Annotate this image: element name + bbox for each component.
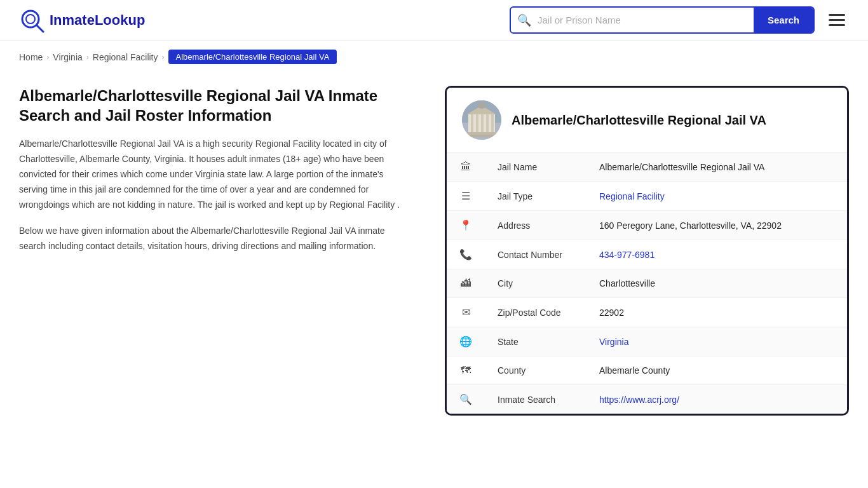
svg-rect-6: [471, 114, 473, 133]
row-icon: ✉: [447, 298, 485, 327]
table-row: 🗺CountyAlbemarle County: [447, 356, 847, 385]
row-icon: 🏛: [447, 153, 485, 182]
breadcrumb-chevron-3: ›: [162, 53, 165, 62]
row-value: Charlottesville: [587, 269, 847, 298]
breadcrumb-facility-type[interactable]: Regional Facility: [93, 52, 158, 62]
row-label: Jail Name: [485, 153, 587, 182]
row-label: State: [485, 327, 587, 356]
row-label: Contact Number: [485, 240, 587, 269]
row-icon: 🔍: [447, 385, 485, 414]
search-icon: 🔍: [511, 13, 538, 27]
row-value[interactable]: https://www.acrj.org/: [587, 385, 847, 414]
row-value[interactable]: Regional Facility: [587, 182, 847, 211]
hamburger-line-1: [829, 14, 845, 16]
row-link[interactable]: 434-977-6981: [599, 250, 654, 260]
row-label: Inmate Search: [485, 385, 587, 414]
svg-rect-8: [481, 114, 484, 133]
page-title: Albemarle/Charlottesville Regional Jail …: [19, 86, 413, 125]
table-row: 🏛Jail NameAlbemarle/Charlottesville Regi…: [447, 153, 847, 182]
row-link[interactable]: Regional Facility: [599, 191, 665, 201]
description-paragraph-2: Below we have given information about th…: [19, 224, 413, 254]
row-value[interactable]: Virginia: [587, 327, 847, 356]
svg-rect-9: [486, 114, 489, 133]
table-row: 🔍Inmate Searchhttps://www.acrj.org/: [447, 385, 847, 414]
breadcrumb-chevron-1: ›: [46, 53, 49, 62]
svg-point-2: [26, 15, 35, 24]
row-icon: 🏙: [447, 269, 485, 298]
row-label: Jail Type: [485, 182, 587, 211]
row-value: Albemarle/Charlottesville Regional Jail …: [587, 153, 847, 182]
row-icon: 🗺: [447, 356, 485, 385]
table-row: ☰Jail TypeRegional Facility: [447, 182, 847, 211]
svg-line-1: [37, 25, 43, 32]
svg-rect-7: [476, 114, 478, 133]
breadcrumb-virginia[interactable]: Virginia: [53, 52, 82, 62]
logo-icon: [19, 8, 44, 33]
description-paragraph-1: Albemarle/Charlottesville Regional Jail …: [19, 137, 413, 212]
row-link[interactable]: https://www.acrj.org/: [599, 395, 679, 405]
search-button[interactable]: Search: [754, 8, 813, 32]
hamburger-line-2: [829, 19, 845, 21]
header-right: 🔍 Search: [510, 6, 849, 34]
main-content: Albemarle/Charlottesville Regional Jail …: [0, 73, 868, 441]
row-value: 22902: [587, 298, 847, 327]
hamburger-line-3: [829, 24, 845, 26]
jail-card-title: Albemarle/Charlottesville Regional Jail …: [512, 113, 766, 128]
info-table: 🏛Jail NameAlbemarle/Charlottesville Regi…: [447, 153, 847, 414]
table-row: 📞Contact Number434-977-6981: [447, 240, 847, 269]
row-value: Albemarle County: [587, 356, 847, 385]
svg-rect-10: [491, 114, 494, 133]
search-bar-container: 🔍 Search: [510, 6, 815, 34]
info-card-header: Albemarle/Charlottesville Regional Jail …: [447, 88, 847, 153]
breadcrumb-home[interactable]: Home: [19, 52, 43, 62]
row-label: Zip/Postal Code: [485, 298, 587, 327]
table-row: ✉Zip/Postal Code22902: [447, 298, 847, 327]
row-value: 160 Peregory Lane, Charlottesville, VA, …: [587, 211, 847, 240]
row-icon: 📍: [447, 211, 485, 240]
left-column: Albemarle/Charlottesville Regional Jail …: [19, 86, 426, 266]
svg-rect-13: [466, 135, 498, 137]
breadcrumb-chevron-2: ›: [86, 53, 89, 62]
search-input[interactable]: [538, 8, 754, 32]
right-column: Albemarle/Charlottesville Regional Jail …: [445, 86, 849, 416]
table-row: 🏙CityCharlottesville: [447, 269, 847, 298]
row-icon: 🌐: [447, 327, 485, 356]
row-value[interactable]: 434-977-6981: [587, 240, 847, 269]
row-label: City: [485, 269, 587, 298]
svg-rect-12: [467, 132, 496, 135]
hamburger-menu[interactable]: [825, 10, 849, 30]
row-link[interactable]: Virginia: [599, 337, 628, 347]
row-label: County: [485, 356, 587, 385]
row-icon: ☰: [447, 182, 485, 211]
avatar: [462, 100, 501, 140]
row-label: Address: [485, 211, 587, 240]
site-header: InmateLookup 🔍 Search: [0, 0, 868, 41]
breadcrumb-current: Albemarle/Charlottesville Regional Jail …: [168, 50, 337, 64]
logo-text: InmateLookup: [50, 12, 145, 29]
row-icon: 📞: [447, 240, 485, 269]
svg-point-14: [477, 102, 486, 109]
info-card: Albemarle/Charlottesville Regional Jail …: [445, 86, 849, 416]
site-logo[interactable]: InmateLookup: [19, 8, 145, 33]
table-row: 🌐StateVirginia: [447, 327, 847, 356]
breadcrumb: Home › Virginia › Regional Facility › Al…: [0, 41, 868, 73]
table-row: 📍Address160 Peregory Lane, Charlottesvil…: [447, 211, 847, 240]
